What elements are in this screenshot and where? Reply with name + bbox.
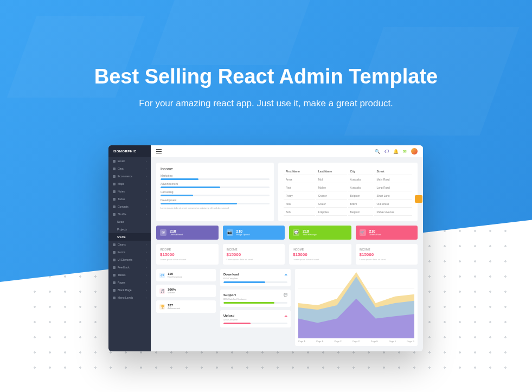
- message-icon[interactable]: ✉: [403, 149, 407, 154]
- sidebar-subitem[interactable]: Notes: [108, 218, 151, 226]
- mini-card: Income$15000Lorem ipsum dolor sit amet: [156, 244, 219, 265]
- menu-icon: [113, 243, 116, 246]
- chevron-icon: ›: [146, 266, 146, 269]
- sidebar-item[interactable]: Tables›: [108, 271, 151, 279]
- hero-title: Best Selling React Admin Template: [0, 65, 532, 88]
- sidebar-subitem[interactable]: Projects: [108, 226, 151, 233]
- chart-axis-label: Page D: [352, 340, 360, 343]
- kpi-label: Achievement: [168, 307, 180, 310]
- progress-title: Download: [223, 273, 239, 276]
- stat-icon: ✉: [160, 229, 166, 236]
- sidebar-item-label: Shuffle: [117, 235, 125, 239]
- progress-sub: 65% Complete: [223, 277, 287, 280]
- avatar[interactable]: [411, 148, 418, 155]
- table-header: First Name: [284, 168, 315, 175]
- sidebar-item[interactable]: Charts›: [108, 241, 151, 248]
- stat-icon: 💬: [293, 229, 299, 236]
- menu-icon: [113, 168, 116, 170]
- chevron-icon: ›: [146, 205, 146, 208]
- mini-value: $15000: [360, 252, 414, 257]
- sidebar-item[interactable]: Email›: [108, 157, 151, 165]
- sidebar-item[interactable]: UI Elements›: [108, 256, 151, 264]
- stat-number: 210: [170, 229, 183, 233]
- sidebar-item-label: Blank Page: [118, 288, 132, 292]
- table-row: PeteyCruiserBelgiumShort Lane: [284, 192, 412, 200]
- sidebar-item[interactable]: Chat›: [108, 165, 151, 172]
- hamburger-icon[interactable]: [156, 149, 162, 153]
- stat-icon: 📷: [227, 229, 233, 236]
- notification-icon[interactable]: 🔔: [393, 149, 399, 154]
- progress-sub: 80% Satisfied Customer: [223, 298, 287, 300]
- stat-card[interactable]: ✉210Unread Email: [156, 226, 219, 240]
- menu-icon: [113, 183, 116, 185]
- income-title: Income: [161, 167, 270, 171]
- chevron-icon: ›: [146, 190, 146, 193]
- chevron-icon: ›: [146, 289, 146, 292]
- table-row: BobFrapplesBelgiumParker Avenue: [284, 209, 412, 216]
- sidebar-item[interactable]: Ecommerce›: [108, 172, 151, 180]
- sidebar-subitem[interactable]: Shuffle: [108, 233, 151, 241]
- sidebar-item[interactable]: Pages›: [108, 279, 151, 286]
- stat-icon: 🛒: [360, 229, 366, 236]
- search-icon[interactable]: 🔍: [375, 149, 380, 154]
- stat-label: Image Upload: [236, 233, 250, 236]
- stat-number: 210: [303, 229, 317, 233]
- menu-icon: [113, 198, 116, 201]
- sidebar-item-label: Chat: [118, 167, 124, 170]
- menu-icon: [113, 175, 116, 178]
- bar-track: [161, 178, 270, 180]
- income-caption: Lorem ipsum dolor sit amet, consectetur …: [161, 207, 270, 209]
- menu-icon: [113, 213, 116, 216]
- progress-icon: ☁: [284, 272, 287, 276]
- sidebar-item[interactable]: Notes›: [108, 188, 151, 195]
- hero-subtitle: For your amazing react app. Just use it,…: [0, 98, 532, 109]
- progress-card: Support💬80% Satisfied Customer: [220, 290, 291, 307]
- sidebar-item-label: Todos: [118, 197, 125, 201]
- chart-card: Page APage BPage CPage DPage EPage FPage…: [295, 269, 418, 346]
- sidebar-item[interactable]: Blank Page›: [108, 286, 151, 294]
- mini-value: $15000: [227, 252, 281, 257]
- mini-caption: Lorem ipsum dolor sit amet: [360, 258, 414, 261]
- sidebar-item[interactable]: Maps›: [108, 180, 151, 188]
- mini-title: Income: [160, 248, 215, 251]
- table-header: Last Name: [316, 168, 347, 175]
- progress-sub: 42% Complete: [223, 318, 287, 321]
- menu-icon: [113, 289, 116, 292]
- kpi-card: 🏷110New Download: [156, 269, 216, 281]
- chevron-icon: ›: [146, 259, 146, 261]
- stat-card[interactable]: 💬210Total Message: [289, 226, 351, 240]
- chevron-icon: ›: [146, 175, 146, 178]
- kpi-icon: 🏷: [159, 273, 165, 278]
- bar-label: Marketing: [161, 174, 270, 177]
- table-row: AnnaMullAustraliaMain Road: [284, 176, 412, 183]
- chart-axis-label: Page E: [371, 340, 378, 343]
- kpi-label: Volume: [168, 291, 176, 294]
- sidebar-item[interactable]: Menu Levels›: [108, 294, 151, 301]
- tag-icon[interactable]: 🏷: [384, 149, 389, 154]
- chevron-icon: ›: [146, 297, 146, 299]
- sidebar-item-label: Maps: [118, 182, 124, 185]
- stat-label: Total Message: [303, 233, 317, 236]
- bar-track: [161, 187, 270, 188]
- mini-caption: Lorem ipsum dolor sit amet: [293, 258, 348, 261]
- progress-card: Download☁65% Complete: [220, 269, 291, 286]
- mini-value: $15000: [160, 252, 215, 257]
- sidebar-item[interactable]: Forms›: [108, 248, 151, 256]
- sidebar-item[interactable]: Todos›: [108, 195, 151, 203]
- bar-track: [161, 203, 270, 204]
- stat-card[interactable]: 📷210Image Upload: [223, 226, 285, 240]
- table-row: PaulMoliveAustraliaLong Road: [284, 184, 412, 191]
- income-card: Income MarketingAdvertisementConsultingD…: [156, 163, 274, 221]
- sidebar: ISOMORPHIC Email›Chat›Ecommerce›Maps›Not…: [108, 145, 151, 351]
- sidebar-item-label: Charts: [118, 243, 126, 246]
- chevron-icon: ›: [146, 160, 146, 163]
- mini-title: Income: [227, 248, 281, 251]
- sidebar-item[interactable]: Shuffle›: [108, 210, 151, 218]
- stat-card[interactable]: 🛒210Orders Post: [356, 226, 418, 240]
- chevron-icon: ›: [146, 243, 146, 246]
- chart-axis-label: Page A: [298, 340, 305, 343]
- sidebar-item[interactable]: Contacts›: [108, 203, 151, 210]
- mini-caption: Lorem ipsum dolor sit amet: [227, 258, 281, 261]
- bar-label: Advertisement: [161, 182, 270, 185]
- sidebar-item[interactable]: Feedback›: [108, 264, 151, 271]
